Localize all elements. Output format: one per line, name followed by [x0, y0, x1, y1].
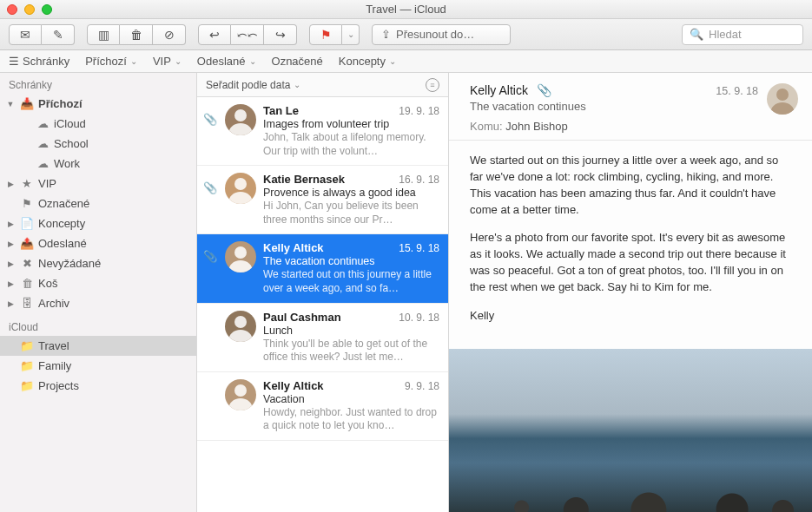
disclosure-down-icon[interactable]: ▼ — [5, 100, 16, 108]
delete-button[interactable]: 🗑 — [120, 24, 153, 45]
message-preview: Hi John, Can you believe its been three … — [263, 200, 439, 226]
attachment-icon: 📎 — [202, 241, 218, 263]
message-subject: Images from volunteer trip — [263, 118, 439, 130]
sidebar-inbox-school[interactable]: ☁︎ School — [0, 134, 196, 154]
get-mail-button[interactable]: ✉︎ — [9, 24, 42, 45]
reader-avatar — [767, 83, 798, 115]
avatar — [225, 241, 256, 272]
sort-button[interactable]: Seřadit podle data ⌄ — [206, 79, 300, 91]
document-icon: 📄 — [19, 217, 35, 230]
svg-point-3 — [234, 316, 247, 328]
window-minimize-button[interactable] — [24, 4, 35, 15]
message-preview: Howdy, neighbor. Just wanted to drop a q… — [263, 406, 439, 433]
message-sender: Kelly Altick — [263, 379, 324, 392]
reply-all-button[interactable]: ⤺⤺ — [231, 24, 264, 45]
folder-icon: 📁 — [19, 379, 35, 392]
fav-sent[interactable]: Odeslané⌄ — [197, 55, 256, 68]
window-zoom-button[interactable] — [42, 4, 52, 15]
tray-icon: ☁︎ — [35, 117, 50, 130]
fav-flagged[interactable]: Označené — [272, 55, 323, 68]
message-subject: Provence is always a good idea — [263, 187, 439, 199]
message-subject: Lunch — [263, 325, 439, 337]
search-icon: 🔍 — [690, 28, 703, 41]
sidebar-drafts[interactable]: ▶ 📄 Koncepty — [0, 213, 196, 233]
paperplane-icon: 📤 — [19, 237, 35, 250]
sidebar-archive[interactable]: ▶ 🗄 Archiv — [0, 293, 196, 313]
attachment-icon: 📎 — [202, 173, 218, 194]
disclosure-right-icon[interactable]: ▶ — [5, 279, 16, 288]
chevron-down-icon: ⌄ — [294, 80, 300, 89]
tray-icon: ☁︎ — [35, 137, 50, 150]
reply-icon: ↩ — [209, 28, 220, 42]
message-date: 15. 9. 18 — [399, 242, 439, 254]
message-preview: John, Talk about a lifelong memory. Our … — [263, 131, 439, 158]
disclosure-right-icon[interactable]: ▶ — [5, 220, 16, 228]
mailboxes-label: Schránky — [23, 55, 69, 68]
sidebar-folder-travel[interactable]: 📁 Travel — [0, 336, 196, 356]
sidebar-junk[interactable]: ▶ ✖︎ Nevyžádané — [0, 253, 196, 273]
sidebar-item-label: Archiv — [38, 297, 191, 310]
disclosure-right-icon[interactable]: ▶ — [5, 180, 16, 188]
disclosure-right-icon[interactable]: ▶ — [5, 299, 16, 308]
trash-icon: 🗑 — [19, 277, 35, 290]
junk-button[interactable]: ⊘ — [153, 24, 186, 45]
attachment-icon: 📎 — [537, 83, 551, 97]
sidebar-sent[interactable]: ▶ 📤 Odeslané — [0, 233, 196, 253]
message-row[interactable]: Paul Cashman10. 9. 18LunchThink you'll b… — [197, 304, 448, 372]
filter-icon: ≡ — [430, 81, 434, 89]
flag-button[interactable]: ⚑ — [309, 24, 342, 45]
sidebar-folder-projects[interactable]: 📁 Projects — [0, 376, 196, 396]
sidebar-vip[interactable]: ▶ ★ VIP — [0, 174, 196, 194]
sidebar-inbox-work[interactable]: ☁︎ Work — [0, 154, 196, 174]
sidebar-heading-mailboxes: Schránky — [0, 76, 196, 94]
sidebar-toggle-icon: ☰ — [9, 55, 19, 68]
folder-icon: 📁 — [19, 359, 35, 372]
chevron-down-icon: ⌄ — [130, 56, 137, 66]
flag-menu-button[interactable]: ⌄ — [342, 24, 360, 45]
sidebar-trash[interactable]: ▶ 🗑 Koš — [0, 273, 196, 293]
mailboxes-toggle[interactable]: ☰ Schránky — [9, 55, 69, 68]
chevron-down-icon: ⌄ — [175, 56, 182, 66]
reply-button[interactable]: ↩ — [198, 24, 231, 45]
move-to-button[interactable]: ⇪ Přesunout do… — [372, 24, 511, 45]
reader-from: Kelly Altick — [470, 83, 528, 97]
message-subject: Vacation — [263, 393, 439, 405]
sidebar-item-label: Work — [54, 157, 191, 170]
sidebar-item-label: Koš — [38, 277, 191, 290]
message-row[interactable]: 📎Kelly Altick15. 9. 18The vacation conti… — [197, 234, 448, 303]
avatar — [225, 173, 256, 204]
archive-button[interactable]: ▥ — [87, 24, 120, 45]
sidebar-item-label: Koncepty — [38, 217, 191, 230]
forward-button[interactable]: ↪ — [264, 24, 297, 45]
sidebar-inbox-icloud[interactable]: ☁︎ iCloud — [0, 114, 196, 134]
titlebar: Travel — iCloud — [0, 0, 812, 19]
attachment-icon — [202, 379, 218, 388]
search-field[interactable]: 🔍 Hledat — [682, 24, 803, 45]
compose-icon: ✎ — [53, 28, 63, 42]
reader-paragraph: Here's a photo from our favorite spot. I… — [470, 230, 791, 295]
filter-button[interactable]: ≡ — [426, 78, 439, 92]
avatar — [225, 379, 256, 410]
fav-vip[interactable]: VIP⌄ — [153, 55, 182, 68]
reader-attachment-image[interactable] — [449, 349, 812, 512]
disclosure-right-icon[interactable]: ▶ — [5, 240, 16, 248]
message-row[interactable]: Kelly Altick9. 9. 18VacationHowdy, neigh… — [197, 372, 448, 441]
message-sender: Katie Bernasek — [263, 173, 345, 186]
svg-point-0 — [234, 109, 247, 121]
envelope-icon: ✉︎ — [20, 28, 30, 42]
sidebar-inbox[interactable]: ▼ 📥 Příchozí — [0, 94, 196, 114]
junk-icon: ✖︎ — [19, 257, 35, 270]
sidebar-item-label: Příchozí — [38, 97, 191, 110]
move-icon: ⇪ — [381, 28, 391, 41]
message-row[interactable]: 📎Tan Le19. 9. 18Images from volunteer tr… — [197, 97, 448, 166]
forward-icon: ↪ — [275, 28, 286, 42]
message-preview: We started out on this journey a little … — [263, 268, 439, 295]
fav-drafts[interactable]: Koncepty⌄ — [339, 55, 396, 68]
disclosure-right-icon[interactable]: ▶ — [5, 259, 16, 268]
sidebar-folder-family[interactable]: 📁 Family — [0, 356, 196, 376]
message-row[interactable]: 📎Katie Bernasek16. 9. 18Provence is alwa… — [197, 166, 448, 234]
fav-inbox[interactable]: Příchozí⌄ — [85, 55, 137, 68]
window-close-button[interactable] — [7, 4, 17, 15]
sidebar-flagged[interactable]: ⚑ Označené — [0, 194, 196, 213]
compose-button[interactable]: ✎ — [42, 24, 75, 45]
